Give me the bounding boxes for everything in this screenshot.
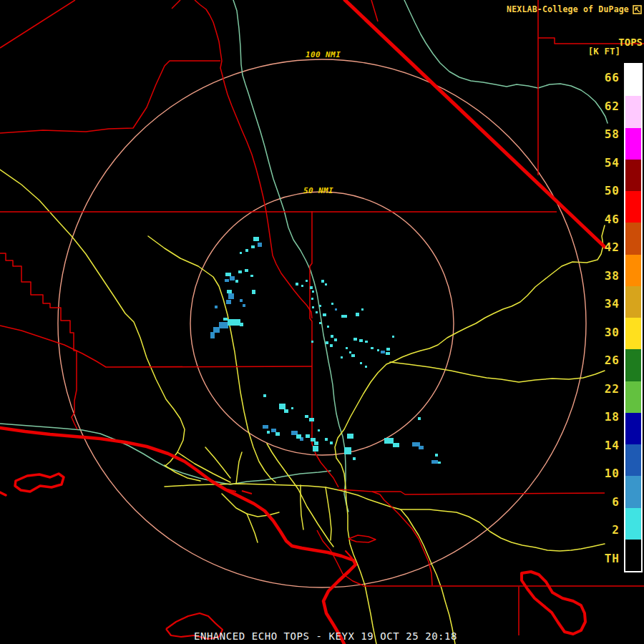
echo-cell-cyan xyxy=(346,347,348,349)
echo-cell-blue xyxy=(263,425,268,429)
echo-cell-cyan xyxy=(325,283,327,286)
echo-cell-cyan xyxy=(228,319,240,326)
legend-segment-12 xyxy=(625,444,641,476)
echo-cell-cyan xyxy=(365,341,368,343)
echo-cell-blue xyxy=(225,279,229,282)
legend-label-TH: TH xyxy=(605,552,620,565)
echo-cell-cyan xyxy=(384,438,394,444)
echo-cell-cyan xyxy=(314,441,318,445)
echo-cell-cyan xyxy=(334,338,337,341)
echo-cell-cyan xyxy=(310,286,313,289)
echo-cell-cyan xyxy=(351,354,355,357)
legend-segment-1 xyxy=(625,96,641,127)
echo-cell-cyan xyxy=(331,335,333,338)
legend-segment-2 xyxy=(625,128,641,160)
legend-segment-13 xyxy=(625,476,641,507)
echo-cell-cyan xyxy=(321,280,324,283)
legend-segment-3 xyxy=(625,160,641,191)
echo-cell-cyan xyxy=(291,407,293,409)
site-title: NEXLAB-College of DuPage xyxy=(507,4,629,14)
legend-segment-5 xyxy=(625,223,641,254)
echo-cell-cyan xyxy=(309,418,314,421)
legend-segment-9 xyxy=(625,349,641,381)
echo-cell-cyan xyxy=(312,291,314,293)
echo-cell-cyan xyxy=(327,326,329,328)
header: NEXLAB-College of DuPage xyxy=(507,4,642,14)
echo-cell-cyan xyxy=(359,339,363,342)
echo-cell-cyan xyxy=(435,454,438,457)
echo-cell-blue xyxy=(419,446,424,449)
echo-cell-cyan xyxy=(279,404,286,409)
echo-cell-cyan xyxy=(356,313,359,316)
echo-cell-blue xyxy=(243,304,245,307)
echo-cell-cyan xyxy=(267,431,270,434)
echo-cell-blue xyxy=(213,327,220,333)
echo-cell-cyan xyxy=(263,394,266,397)
county-boundary-lines xyxy=(0,0,644,639)
echo-cell-cyan xyxy=(353,338,357,341)
echo-cell-cyan xyxy=(251,245,255,248)
echo-cell-cyan xyxy=(284,409,288,413)
echo-cell-cyan xyxy=(240,252,242,254)
echo-cell-cyan xyxy=(296,434,301,439)
legend-title: TOPS xyxy=(618,36,643,48)
legend-units: [K FT] xyxy=(588,46,620,57)
echo-cell-cyan xyxy=(347,434,353,439)
echo-cell-cyan xyxy=(311,298,313,300)
echo-cell-cyan xyxy=(361,308,364,311)
legend-label-30: 30 xyxy=(605,325,620,338)
window-arrow-icon[interactable] xyxy=(633,5,642,14)
legend-segment-11 xyxy=(625,413,641,444)
legend-segment-10 xyxy=(625,381,641,413)
echo-cell-cyan xyxy=(227,290,232,293)
legend-segment-15 xyxy=(625,540,641,571)
legend-segment-6 xyxy=(625,255,641,286)
echo-cell-cyan xyxy=(392,336,394,338)
echo-cell-cyan xyxy=(319,322,321,324)
radar-map-canvas xyxy=(0,0,644,644)
echo-cell-cyan xyxy=(331,303,333,305)
echo-cell-cyan xyxy=(318,429,320,431)
echo-cell-cyan xyxy=(311,438,316,441)
state-line-and-coastline xyxy=(0,0,605,644)
echo-cell-cyan xyxy=(240,323,243,326)
echo-cell-blue xyxy=(271,429,276,432)
echo-cell-blue xyxy=(219,322,228,328)
echo-cell-blue xyxy=(215,306,218,308)
echo-cell-cyan xyxy=(386,352,390,355)
legend-label-38: 38 xyxy=(605,268,620,282)
legend-label-34: 34 xyxy=(605,297,620,311)
legend-label-66: 66 xyxy=(605,71,620,84)
echo-cell-blue xyxy=(228,293,234,299)
echo-cell-cyan xyxy=(253,237,259,241)
echo-cell-cyan xyxy=(245,269,248,272)
echo-cell-cyan xyxy=(312,306,314,308)
legend-label-22: 22 xyxy=(605,381,620,395)
legend-label-26: 26 xyxy=(605,353,620,367)
legend-label-58: 58 xyxy=(605,127,620,141)
echo-cell-cyan xyxy=(275,432,280,436)
echo-cell-cyan xyxy=(353,457,356,460)
echo-cell-cyan xyxy=(438,462,441,464)
ring-label-50nmi: 50 NMI xyxy=(303,186,333,195)
echo-cell-cyan xyxy=(325,438,328,441)
legend-label-54: 54 xyxy=(605,155,620,169)
echo-cell-cyan xyxy=(252,290,255,294)
river-lines xyxy=(0,0,608,512)
echo-cell-cyan xyxy=(313,446,318,452)
echo-cell-blue xyxy=(335,308,337,311)
echo-cell-cyan xyxy=(245,249,248,252)
echo-cell-blue xyxy=(240,299,243,302)
echo-cell-cyan xyxy=(360,362,362,364)
echo-cell-cyan xyxy=(306,280,308,282)
echo-cell-cyan xyxy=(330,441,333,444)
legend-segment-7 xyxy=(625,286,641,318)
island-san-clemente xyxy=(522,572,585,634)
legend-label-46: 46 xyxy=(605,212,620,225)
legend-segment-0 xyxy=(625,64,641,96)
highway-lines xyxy=(0,170,605,644)
ring-label-100nmi: 100 NMI xyxy=(306,50,341,59)
echo-cell-cyan xyxy=(323,313,326,316)
echo-cell-blue xyxy=(226,300,231,304)
island-santa-cruz xyxy=(15,474,64,492)
